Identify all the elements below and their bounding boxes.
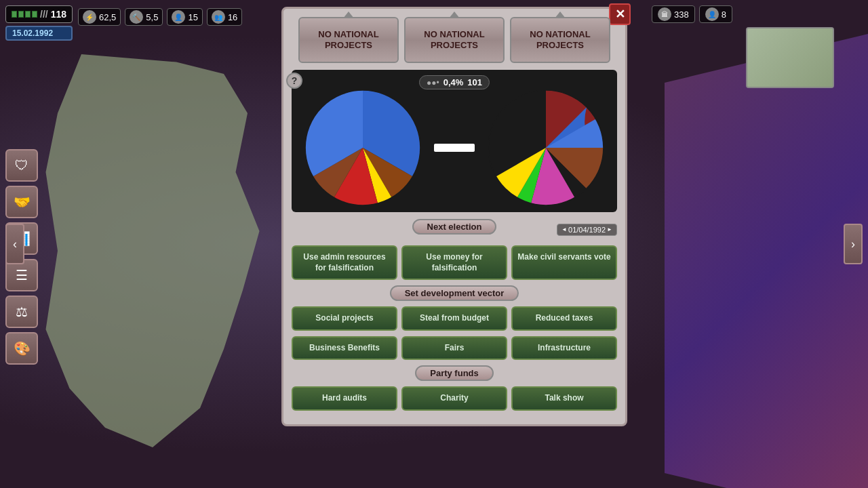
arrow-up-3 (555, 12, 566, 18)
dev-btn-2[interactable]: Steal from budget (401, 306, 507, 331)
help-icon[interactable]: ? (286, 73, 302, 89)
chart-percent: 0,4% (443, 77, 464, 87)
nat-proj-label-3: NO NATIONAL PROJECTS (511, 29, 609, 50)
hud-stat-2: 🔨 5,5 (125, 8, 163, 26)
right-stat1-icon: 🏛 (658, 7, 671, 21)
charts-divider (434, 144, 475, 152)
dev-btn-6[interactable]: Infrastructure (511, 336, 617, 361)
hud-money-display: /// 118 (5, 5, 73, 23)
party-btn-1[interactable]: Hard audits (292, 386, 397, 411)
hud-stat-4: 👥 16 (207, 8, 242, 26)
map-region-right (665, 34, 868, 488)
hud-stat1-icon: ⚡ (83, 10, 96, 24)
bar4 (32, 11, 37, 18)
development-buttons-row-1: Social projects Steal from budget Reduce… (292, 306, 617, 331)
right-stat2-val: 8 (722, 9, 726, 20)
hud-bars (12, 11, 37, 18)
sidebar-icon-handshake[interactable]: 🤝 (5, 186, 38, 218)
main-dialog: ✕ NO NATIONAL PROJECTS NO NATIONAL PROJE… (281, 7, 627, 426)
charts-container (298, 90, 610, 205)
hud-stat3-val: 15 (188, 12, 197, 22)
party-funds-label-text: Party funds (415, 365, 494, 381)
dev-btn-4[interactable]: Business Benefits (292, 336, 397, 361)
arrow-up-1 (343, 12, 354, 18)
hud-right: 🏛 338 👤 8 (652, 5, 732, 23)
hud-stat4-icon: 👥 (212, 10, 225, 24)
bar3 (25, 11, 31, 18)
development-buttons-row-2: Business Benefits Fairs Infrastructure (292, 336, 617, 361)
development-section-label: Set development vector (292, 285, 617, 301)
party-btn-2[interactable]: Charity (401, 386, 507, 411)
sidebar-icon-art[interactable]: 🎨 (5, 332, 38, 365)
pie-chart-right (488, 90, 604, 205)
hud-stats-row: ⚡ 62,5 🔨 5,5 👤 15 👥 16 (78, 8, 242, 26)
national-projects-row: NO NATIONAL PROJECTS NO NATIONAL PROJECT… (292, 17, 617, 63)
arrow-up-2 (449, 12, 460, 18)
charts-area: ●●• 0,4% 101 (292, 70, 617, 212)
hud-stat1-val: 62,5 (99, 12, 116, 22)
hud-stat2-icon: 🔨 (130, 10, 143, 24)
hud-right-stat1: 🏛 338 (652, 5, 695, 23)
election-label-text: Next election (412, 219, 497, 235)
nat-proj-btn-2[interactable]: NO NATIONAL PROJECTS (404, 17, 505, 63)
date-display: 15.02.1992 (5, 26, 73, 41)
party-funds-buttons-row: Hard audits Charity Talk show (292, 386, 617, 411)
sidebar-icon-shield[interactable]: 🛡 (5, 149, 38, 182)
election-btn-3[interactable]: Make civil servants vote (511, 245, 617, 280)
dev-btn-1[interactable]: Social projects (292, 306, 397, 331)
election-btn-1[interactable]: Use admin resources for falsification (292, 245, 397, 280)
hud-right-stat2: 👤 8 (699, 5, 732, 23)
close-button[interactable]: ✕ (609, 3, 631, 25)
charts-header: ●●• 0,4% 101 (419, 75, 490, 89)
right-stat1-val: 338 (674, 9, 689, 20)
hud-stat-3: 👤 15 (167, 8, 202, 26)
election-buttons-row: Use admin resources for falsification Us… (292, 245, 617, 280)
election-section-header: Next election ◄ 01/04/1992 ► (292, 219, 617, 240)
hud-stat4-val: 16 (228, 12, 237, 22)
right-stat2-icon: 👤 (705, 7, 719, 21)
election-bullet-left: ◄ (561, 226, 567, 232)
nat-proj-btn-3[interactable]: NO NATIONAL PROJECTS (510, 17, 610, 63)
hud-stat-1: ⚡ 62,5 (78, 8, 121, 26)
party-btn-3[interactable]: Talk show (511, 386, 617, 411)
election-date: 01/04/1992 (568, 226, 606, 234)
hud-stat3-icon: 👤 (172, 10, 185, 24)
money-value: 118 (51, 9, 66, 20)
hud-left: /// 118 15.02.1992 (5, 5, 73, 41)
bar2 (18, 11, 24, 18)
election-section-label: Next election (357, 219, 552, 235)
nat-proj-label-1: NO NATIONAL PROJECTS (300, 29, 397, 50)
sidebar-icon-scale[interactable]: ⚖ (5, 296, 38, 328)
scroll-arrow-right[interactable]: › (844, 224, 863, 264)
election-btn-2[interactable]: Use money for falsification (401, 245, 507, 280)
scroll-arrow-left[interactable]: ‹ (5, 224, 24, 264)
dev-btn-3[interactable]: Reduced taxes (511, 306, 617, 331)
chart-value: 101 (467, 77, 482, 87)
nat-proj-btn-1[interactable]: NO NATIONAL PROJECTS (298, 17, 399, 63)
dev-btn-5[interactable]: Fairs (401, 336, 507, 361)
bar1 (12, 11, 17, 18)
nat-proj-label-2: NO NATIONAL PROJECTS (406, 29, 503, 50)
election-bullet-right: ► (607, 226, 612, 232)
development-label-text: Set development vector (390, 285, 519, 301)
pie-chart-left (305, 90, 420, 205)
hud-stat2-val: 5,5 (146, 12, 158, 22)
party-funds-section-label: Party funds (292, 365, 617, 381)
